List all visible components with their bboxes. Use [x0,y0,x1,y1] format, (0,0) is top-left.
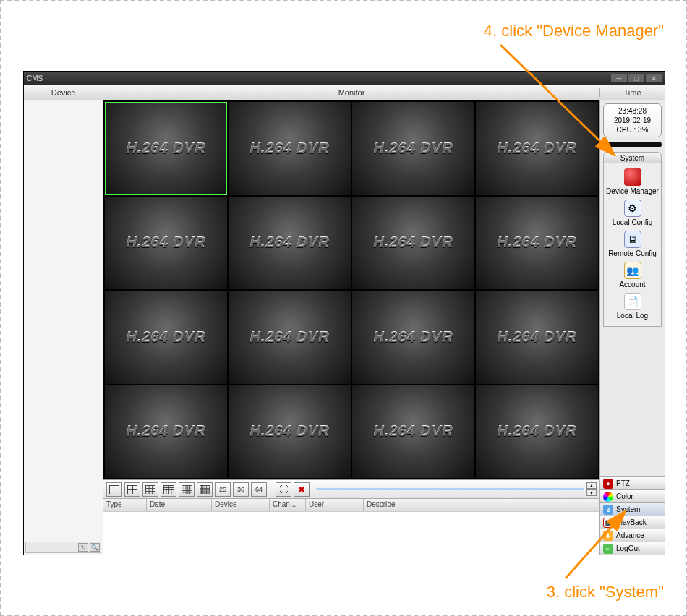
view-25-button[interactable]: 25 [215,482,231,497]
view-64-button[interactable]: 64 [251,482,267,497]
device-manager-icon [624,168,641,186]
annotation-arrow-top [493,38,631,168]
app-title: CMS [27,74,43,82]
video-cell-label: H.264 DVR [373,423,453,440]
local-log-button[interactable]: 📄 Local Log [604,291,661,322]
view-6x6-button[interactable] [197,482,213,497]
ptz-icon: ● [603,479,613,489]
video-cell-label: H.264 DVR [126,234,205,251]
video-cell[interactable]: H.264 DVR [105,197,227,290]
video-cell[interactable]: H.264 DVR [352,197,474,290]
account-button[interactable]: 👥 Account [604,260,661,291]
video-cell-label: H.264 DVR [497,234,576,251]
body-row: ↻ 🔍 H.264 DVRH.264 DVRH.264 DVRH.264 DVR… [24,100,665,555]
local-config-label: Local Config [613,218,653,226]
view-2x2-button[interactable] [124,482,140,497]
fullscreen-button[interactable]: ⛶ [276,482,291,497]
video-cell-label: H.264 DVR [373,234,453,251]
local-config-icon: ⚙ [624,200,641,217]
svg-line-1 [566,513,623,578]
video-cell-label: H.264 DVR [249,140,329,157]
right-panel: 23:48:28 2019-02-19 CPU : 3% System Devi… [599,100,665,555]
video-cell[interactable]: H.264 DVR [352,102,474,195]
local-config-button[interactable]: ⚙ Local Config [604,197,661,228]
video-cell[interactable]: H.264 DVR [229,385,351,479]
device-search-button[interactable]: 🔍 [90,543,100,552]
video-cell[interactable]: H.264 DVR [352,385,474,479]
annotation-step-3: 3. click "System" [547,583,664,602]
device-tree-panel: ↻ 🔍 [24,100,103,555]
video-cell[interactable]: H.264 DVR [352,291,474,384]
view-5x5-button[interactable] [179,482,195,497]
video-cell[interactable]: H.264 DVR [105,102,227,195]
tab-ptz[interactable]: ● PTZ [600,476,665,489]
local-log-icon: 📄 [624,293,641,310]
maximize-button[interactable]: □ [628,74,644,82]
video-cell[interactable]: H.264 DVR [105,385,227,479]
video-cell-label: H.264 DVR [126,423,205,440]
video-cell-label: H.264 DVR [497,423,576,440]
video-cell-label: H.264 DVR [497,329,576,346]
video-cell[interactable]: H.264 DVR [229,291,351,384]
remote-config-button[interactable]: 🖥 Remote Config [604,228,661,260]
video-cell[interactable]: H.264 DVR [476,291,598,384]
video-cell[interactable]: H.264 DVR [476,197,598,290]
device-manager-button[interactable]: Device Manager [604,166,661,197]
video-cell-label: H.264 DVR [249,423,329,440]
account-icon: 👥 [624,262,641,279]
event-col-type: Type [103,499,147,511]
monitor-panel: H.264 DVRH.264 DVRH.264 DVRH.264 DVRH.26… [103,100,599,555]
volume-slider[interactable] [316,488,584,490]
video-cell[interactable]: H.264 DVR [229,197,351,290]
device-tree-footer: ↻ 🔍 [25,542,101,553]
video-cell-label: H.264 DVR [126,140,205,157]
view-1x1-button[interactable] [106,482,122,497]
account-label: Account [619,281,645,288]
video-cell-label: H.264 DVR [126,329,205,346]
view-36-button[interactable]: 36 [233,482,249,497]
view-toolbar: 25 36 64 ⛶ ✖ ▲ ▼ [103,479,599,498]
event-col-channel: Chan... [270,499,306,511]
view-4x4-button[interactable] [161,482,176,497]
video-cell-label: H.264 DVR [373,140,453,157]
video-cell-label: H.264 DVR [249,234,329,251]
scroll-down-button[interactable]: ▼ [586,489,597,496]
remote-config-label: Remote Config [608,249,657,257]
svg-line-0 [500,45,613,153]
close-button[interactable]: ✕ [646,74,662,82]
video-cell-label: H.264 DVR [373,329,453,346]
event-col-date: Date [147,499,212,511]
video-cell[interactable]: H.264 DVR [476,385,598,479]
local-log-label: Local Log [617,312,648,320]
event-col-device: Device [212,499,270,511]
disconnect-all-button[interactable]: ✖ [294,482,310,497]
scroll-updown: ▲ ▼ [586,482,597,496]
system-panel-body: Device Manager ⚙ Local Config 🖥 Remote C… [603,163,662,327]
video-cell[interactable]: H.264 DVR [105,291,227,384]
annotation-arrow-bottom [522,499,660,586]
annotation-step-4: 4. click "Device Manager" [484,22,664,40]
video-cell[interactable]: H.264 DVR [229,102,351,195]
event-col-user: User [306,499,364,511]
header-device: Device [24,88,103,97]
device-manager-label: Device Manager [606,187,659,195]
video-cell-label: H.264 DVR [249,329,329,346]
remote-config-icon: 🖥 [624,231,641,248]
device-refresh-button[interactable]: ↻ [78,543,88,552]
view-3x3-button[interactable] [142,482,158,497]
tab-ptz-label: PTZ [616,479,630,487]
scroll-up-button[interactable]: ▲ [586,482,597,489]
